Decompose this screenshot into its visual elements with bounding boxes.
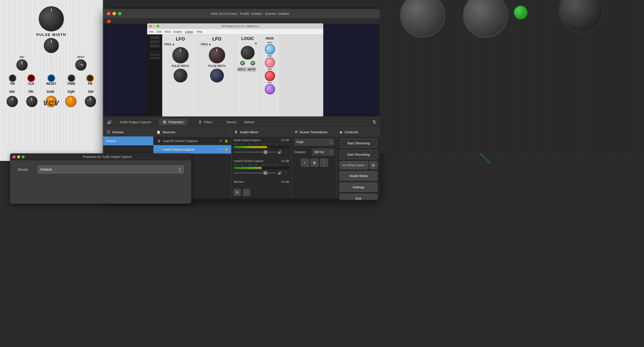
maximize-button[interactable] — [118, 12, 122, 15]
trans-down-arrow[interactable]: ▼ — [330, 142, 332, 145]
eye-icon-screen[interactable]: 👁 — [219, 139, 222, 143]
audio-mixer-header: 🎚 Audio Mixer — [231, 128, 292, 137]
fm-port-1[interactable] — [9, 74, 16, 82]
obs-titlebar: OBS 29.0.0 (mac) - Profile: Untitled - S… — [103, 9, 380, 18]
start-recording-label: Start Recording — [347, 153, 370, 156]
fm-label-2: FM — [86, 82, 94, 85]
whit-label: WHIT — [262, 41, 277, 44]
device-down-arrow[interactable]: ▼ — [179, 170, 181, 172]
ofst-knob[interactable] — [75, 59, 87, 71]
logic-module: LOGIC B NOT A NOT B — [235, 34, 260, 116]
audio-bottom-controls: ⚙ ⋮ — [231, 187, 292, 198]
sin-out-1[interactable] — [7, 96, 18, 107]
remove-transition-btn[interactable]: 🗑 — [310, 159, 318, 167]
fader-1[interactable] — [234, 152, 276, 153]
inner-vcv-window: VCV Rack Pro 2.1.2 – rhythm 2.v... File … — [147, 23, 323, 116]
lock-icon-screen[interactable]: 🔒 — [224, 139, 228, 143]
lfo2-pw-knob — [210, 69, 224, 82]
audio-settings-btn[interactable]: ⚙ — [233, 189, 240, 196]
sources-label: Sources — [163, 130, 175, 134]
sources-icon: 📋 — [156, 130, 160, 134]
prop-min-btn[interactable] — [17, 155, 20, 158]
prop-close-btn[interactable] — [13, 155, 16, 158]
controls-panel: ▶ Controls Start Streaming Start Recordi… — [337, 128, 380, 198]
fader-row-1: 🔊 ⋮ — [234, 149, 289, 155]
add-transition-btn[interactable]: + — [301, 159, 309, 167]
meter-1 — [234, 146, 289, 148]
track-menu-2[interactable]: ⋮ — [283, 170, 289, 176]
fm-label-1: FM — [9, 82, 16, 85]
duration-input[interactable]: 300 ms ▲ ▼ — [312, 149, 334, 156]
device-select[interactable]: Default ▲ ▼ — [38, 165, 184, 173]
white-knob — [265, 44, 275, 54]
virtual-camera-btn[interactable]: art Virtual Came. — [340, 161, 368, 169]
transition-type: Fade — [297, 140, 303, 144]
settings-btn[interactable]: Settings — [340, 183, 377, 192]
trans-up-arrow[interactable]: ▲ — [330, 140, 332, 142]
properties-tab[interactable]: ⚙️ Properties — [159, 119, 187, 125]
inner-min — [153, 25, 155, 27]
start-streaming-btn[interactable]: Start Streaming — [340, 139, 377, 148]
virtual-camera-settings-btn[interactable]: ⚙ — [369, 161, 377, 169]
exit-btn[interactable]: Exit — [340, 194, 377, 200]
sin-label-2: SIN — [88, 90, 94, 94]
volume-icon-1[interactable]: 🔊 — [277, 150, 282, 154]
minimize-button[interactable] — [112, 12, 116, 15]
lock-icon-audio[interactable]: 🔒 — [224, 148, 228, 151]
device-label: Device — [18, 167, 33, 171]
track-1-db: 0.0 dB — [281, 139, 289, 142]
clk-port[interactable] — [27, 74, 35, 82]
filters-tab[interactable]: 🎛 Filters — [195, 119, 216, 125]
transition-dropdown[interactable]: Fade ▲ ▼ — [294, 139, 334, 146]
screen-capture-icon: 🖥 — [156, 139, 161, 143]
device-up-arrow[interactable]: ▲ — [179, 167, 181, 169]
main-knob[interactable] — [39, 6, 64, 31]
studio-mode-btn[interactable]: Studio Mode — [340, 171, 377, 181]
obs-filter-bar: 🔊 Audio Output Capture ⚙️ Properties 🎛 F… — [103, 116, 380, 128]
volume-icon-2[interactable]: 🔊 — [277, 171, 282, 175]
close-button[interactable] — [107, 12, 110, 15]
track-menu-1[interactable]: ⋮ — [283, 149, 289, 155]
dur-down-arrow[interactable]: ▼ — [330, 152, 332, 155]
inner-title: VCV Rack Pro 2.1.2 – rhythm 2.v... — [160, 25, 321, 28]
pwm-port[interactable] — [68, 74, 75, 82]
prop-max-btn[interactable] — [22, 155, 25, 158]
fm-port-2[interactable] — [86, 74, 94, 82]
menu-library: Library — [185, 30, 194, 33]
lfo1-freq-knob — [172, 47, 189, 63]
transition-menu-btn[interactable]: ⋮ — [320, 159, 328, 167]
pw-knob[interactable] — [44, 38, 59, 53]
inv-knob[interactable] — [16, 59, 28, 71]
device-row: Device Default ▲ ▼ — [18, 165, 184, 173]
device-tab[interactable]: Device — [226, 120, 236, 124]
pwm-label: PWM — [68, 82, 75, 85]
meter-scale-2: -60-55-45-35-25-15-10-50 — [234, 164, 289, 166]
default-tab[interactable]: Default — [244, 120, 254, 124]
eye-icon-audio[interactable]: 👁 — [219, 148, 222, 151]
duration-label: Duration — [294, 150, 311, 154]
lfo1-module: LFO FREQ PULSE WIDTH — [162, 34, 199, 116]
start-recording-btn[interactable]: Start Recording — [340, 150, 377, 159]
settings-label: Settings — [353, 185, 365, 189]
tri-out[interactable] — [26, 96, 37, 107]
audio-menu-btn[interactable]: ⋮ — [243, 189, 250, 196]
reset-port[interactable] — [48, 74, 55, 82]
inv-label: INV — [16, 56, 28, 59]
viol-label: VIOL — [262, 81, 277, 84]
source-name-audio: Audio Output Capture — [163, 148, 195, 151]
fader-2[interactable] — [234, 172, 276, 173]
device-value: Default — [41, 167, 52, 171]
red-noise-knob — [265, 71, 275, 81]
sqr-label: SQR — [67, 90, 74, 94]
source-item-audio[interactable]: 🔊 Audio Output Capture 👁 🔒 — [153, 145, 231, 154]
source-item-screen[interactable]: 🖥 macOS Screen Capture 👁 🔒 — [153, 137, 231, 145]
sin-label-1: SIN — [9, 90, 15, 94]
logic-title: LOGIC — [237, 36, 258, 41]
audio-track-2: macOS Screen Capture 0.0 dB -60-55-45-35… — [231, 157, 292, 178]
scene-item[interactable]: Scene — [103, 137, 153, 145]
dur-up-arrow[interactable]: ▲ — [330, 150, 332, 152]
track-3-db: 0.0 dB — [281, 180, 289, 183]
sin-out-2[interactable] — [85, 96, 96, 107]
saw-out-2[interactable] — [65, 96, 76, 107]
source-controls-screen: 👁 🔒 — [219, 139, 228, 143]
